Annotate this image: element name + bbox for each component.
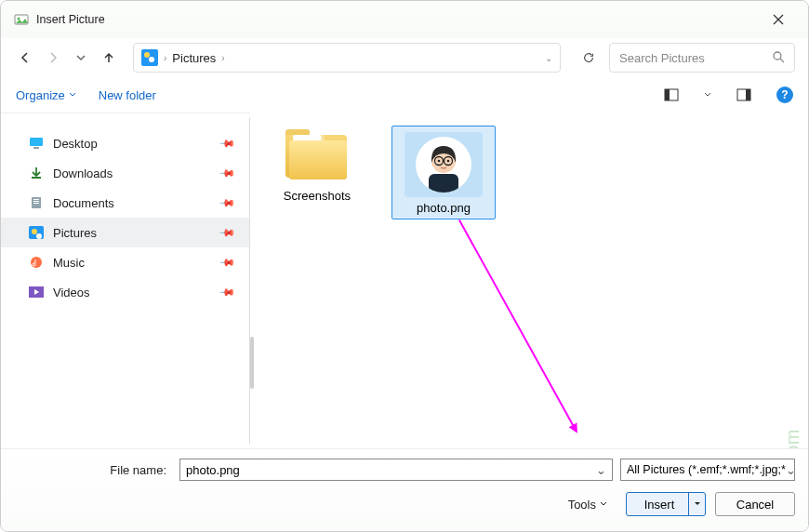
sidebar-item-label: Documents	[53, 196, 114, 210]
pin-icon: 📌	[218, 164, 235, 181]
chevron-down-icon	[74, 51, 87, 64]
insert-button[interactable]: Insert	[626, 492, 706, 516]
chevron-down-icon[interactable]: ⌄	[545, 53, 552, 63]
sidebar-item-desktop[interactable]: Desktop 📌	[1, 128, 250, 158]
desktop-icon	[29, 136, 44, 151]
filename-input[interactable]: photo.png ⌄	[179, 459, 613, 481]
new-folder-button[interactable]: New folder	[99, 88, 156, 102]
svg-point-13	[31, 257, 42, 268]
search-input[interactable]: Search Pictures	[609, 43, 795, 73]
view-layout-button[interactable]	[661, 85, 682, 105]
svg-rect-10	[33, 199, 39, 200]
pictures-folder-icon	[141, 49, 158, 66]
window-title: Insert Picture	[36, 13, 105, 26]
sidebar-item-pictures[interactable]: Pictures 📌	[1, 218, 250, 247]
cancel-button[interactable]: Cancel	[715, 492, 795, 516]
pin-icon: 📌	[218, 223, 235, 241]
pin-icon: 📌	[218, 253, 235, 271]
file-label: photo.png	[398, 201, 489, 215]
svg-rect-6	[746, 89, 750, 100]
sidebar-item-label: Music	[53, 256, 85, 270]
address-bar[interactable]: › Pictures › ⌄	[133, 43, 561, 73]
chevron-down-icon: ⌄	[786, 463, 795, 477]
arrow-up-icon	[102, 51, 115, 64]
chevron-down-icon	[600, 500, 607, 508]
pin-icon: 📌	[218, 193, 235, 211]
help-button[interactable]: ?	[776, 86, 793, 103]
arrow-left-icon	[19, 51, 32, 64]
sidebar-item-label: Videos	[53, 286, 90, 299]
window-icon	[14, 12, 29, 27]
chevron-down-icon	[694, 500, 701, 508]
music-icon	[29, 255, 44, 270]
titlebar: Insert Picture	[1, 1, 808, 38]
pin-icon: 📌	[218, 283, 235, 300]
svg-rect-12	[33, 203, 39, 204]
chevron-down-icon[interactable]	[704, 91, 711, 99]
documents-icon	[29, 195, 44, 210]
insert-split-button[interactable]	[688, 493, 705, 515]
close-icon	[773, 14, 784, 25]
file-type-filter[interactable]: All Pictures (*.emf;*.wmf;*.jpg;* ⌄	[620, 459, 795, 481]
chevron-right-icon: ›	[221, 53, 224, 63]
preview-icon	[736, 88, 751, 101]
sidebar-item-label: Pictures	[53, 226, 97, 240]
svg-rect-11	[33, 201, 39, 202]
sidebar-item-label: Downloads	[53, 166, 113, 180]
sidebar-item-music[interactable]: Music 📌	[1, 247, 250, 277]
nav-forward-button[interactable]	[42, 47, 64, 69]
search-placeholder: Search Pictures	[619, 51, 705, 65]
sidebar-item-documents[interactable]: Documents 📌	[1, 188, 250, 218]
folder-screenshots[interactable]: Screenshots	[265, 126, 369, 203]
breadcrumb-pictures[interactable]: Pictures	[172, 51, 216, 65]
svg-point-20	[447, 160, 450, 163]
preview-pane-button[interactable]	[734, 85, 754, 105]
svg-rect-15	[429, 174, 458, 193]
chevron-down-icon[interactable]: ⌄	[596, 463, 606, 477]
refresh-button[interactable]	[574, 43, 603, 73]
sidebar-item-videos[interactable]: Videos 📌	[1, 277, 250, 307]
toolbar: Organize New folder ?	[1, 77, 808, 113]
tools-menu[interactable]: Tools	[568, 498, 607, 512]
sidebar-item-label: Desktop	[53, 137, 98, 151]
svg-point-2	[774, 52, 781, 60]
chevron-right-icon: ›	[164, 53, 166, 63]
svg-rect-7	[30, 138, 43, 146]
file-list[interactable]: Screenshots	[250, 113, 808, 447]
svg-rect-4	[665, 89, 670, 100]
svg-point-19	[438, 160, 441, 163]
pictures-icon	[29, 225, 44, 240]
navbar: › Pictures › ⌄ Search Pictures	[1, 38, 808, 77]
file-label: Screenshots	[265, 189, 369, 203]
search-icon	[772, 50, 785, 66]
layout-icon	[664, 88, 679, 101]
filename-label: File name:	[14, 463, 172, 477]
organize-menu[interactable]: Organize	[16, 88, 76, 102]
downloads-icon	[29, 166, 44, 180]
file-photo-png[interactable]: photo.png	[391, 126, 496, 219]
videos-icon	[29, 285, 44, 299]
folder-icon	[284, 129, 351, 183]
nav-recent-button[interactable]	[70, 47, 92, 69]
nav-up-button[interactable]	[98, 47, 120, 69]
sidebar: Desktop 📌 Downloads 📌 Documents 📌 Pictur…	[1, 113, 250, 447]
image-thumbnail	[404, 132, 483, 197]
sidebar-item-downloads[interactable]: Downloads 📌	[1, 158, 250, 188]
svg-rect-8	[33, 147, 39, 149]
pin-icon: 📌	[218, 134, 235, 152]
bottom-bar: File name: photo.png ⌄ All Pictures (*.e…	[1, 448, 808, 531]
close-button[interactable]	[762, 3, 795, 36]
refresh-icon	[582, 51, 595, 64]
chevron-down-icon	[69, 91, 76, 99]
nav-back-button[interactable]	[14, 47, 36, 69]
arrow-right-icon	[46, 51, 60, 64]
